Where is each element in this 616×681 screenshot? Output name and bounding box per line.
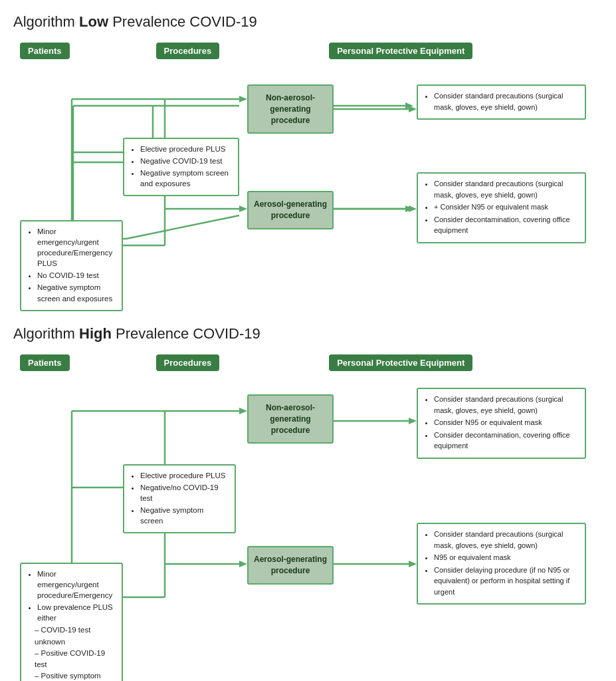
col-header-procedures-low: Procedures: [156, 43, 220, 59]
col-header-ppe-high: Personal Protective Equipment: [329, 354, 472, 371]
proc-non-aerosol-high: Non-aerosol-generating procedure: [247, 394, 334, 444]
proc-aerosol-high: Aerosol-generating procedure: [247, 546, 334, 585]
patient-box1-high: Elective procedure PLUS Negative/no COVI…: [123, 464, 236, 533]
col-header-ppe-low: Personal Protective Equipment: [329, 43, 472, 59]
patient-box2-high: Minor emergency/urgent procedure/Emergen…: [20, 563, 123, 681]
svg-marker-14: [239, 96, 247, 102]
ppe-box1-low: Consider standard precautions (surgical …: [417, 84, 586, 120]
algo-high-title: Algorithm High Prevalence COVID-19: [13, 325, 603, 342]
ppe-box1-high: Consider standard precautions (surgical …: [417, 388, 586, 459]
col-header-patients-high: Patients: [20, 354, 70, 371]
col-header-procedures-high: Procedures: [156, 354, 220, 371]
ppe-box2-high: Consider standard precautions (surgical …: [417, 523, 586, 605]
svg-marker-36: [239, 561, 247, 567]
algorithm-low: Algorithm Low Prevalence COVID-19 Patien…: [13, 13, 603, 305]
proc-non-aerosol-low: Non-aerosol-generating procedure: [247, 84, 334, 134]
patient-box2-low: Minor emergency/urgent procedure/Emergen…: [20, 220, 123, 311]
algo-low-title: Algorithm Low Prevalence COVID-19: [13, 13, 603, 31]
patient-box1-low: Elective procedure PLUS Negative COVID-1…: [123, 138, 239, 196]
svg-marker-27: [409, 205, 417, 212]
algorithm-high: Algorithm High Prevalence COVID-19 Patie…: [13, 325, 603, 664]
svg-marker-41: [409, 418, 417, 424]
svg-marker-20: [239, 205, 247, 212]
svg-marker-43: [409, 561, 417, 567]
svg-marker-30: [239, 408, 247, 414]
ppe-box2-low: Consider standard precautions (surgical …: [417, 172, 586, 243]
proc-aerosol-low: Aerosol-generating procedure: [247, 191, 334, 229]
col-header-patients-low: Patients: [20, 43, 70, 59]
svg-marker-25: [409, 106, 417, 112]
